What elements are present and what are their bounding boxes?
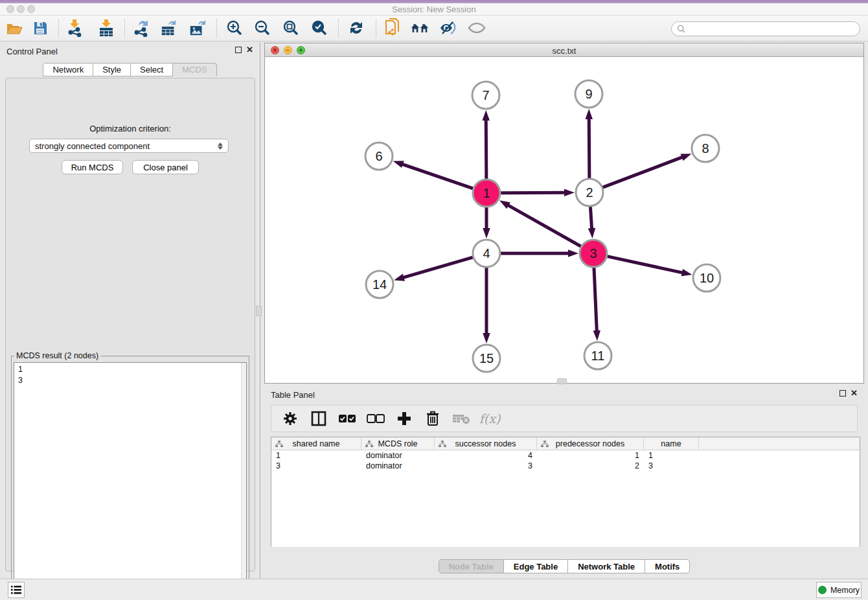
cell-successor-nodes[interactable]: 4 — [435, 450, 537, 461]
arrowhead-3-11 — [593, 330, 600, 341]
zoom-in-icon — [226, 19, 243, 36]
clone-network-button[interactable] — [383, 19, 402, 37]
arrowhead-3-10 — [681, 269, 692, 276]
mcds-result-group: MCDS result (2 nodes) 1 3 — [11, 356, 249, 600]
edge-3-1[interactable] — [507, 205, 581, 246]
cell-mcds-role[interactable]: dominator — [361, 461, 435, 471]
network-window-titlebar[interactable]: × − + scc.txt — [265, 43, 863, 57]
search-field[interactable] — [671, 21, 860, 36]
edge-2-3[interactable] — [590, 207, 591, 229]
home-icon — [411, 20, 429, 36]
clone-network-icon — [384, 18, 401, 38]
save-session-button[interactable] — [31, 19, 49, 37]
open-session-button[interactable] — [5, 19, 23, 37]
table-row[interactable]: 3 dominator 3 2 3 — [271, 461, 860, 471]
cell-predecessor-nodes[interactable]: 1 — [537, 450, 644, 461]
open-folder-icon — [6, 20, 23, 36]
search-input[interactable] — [685, 25, 860, 34]
column-header-mcds-role[interactable]: MCDS role — [361, 437, 435, 450]
function-builder-button[interactable]: f(x) — [480, 409, 499, 428]
export-table-icon — [160, 19, 178, 37]
zoom-in-button[interactable] — [225, 19, 244, 37]
tab-network[interactable]: Network — [43, 63, 93, 76]
criterion-dropdown-value: strongly connected component — [35, 141, 150, 151]
cell-name[interactable]: 1 — [644, 450, 699, 461]
tab-edge-table[interactable]: Edge Table — [504, 559, 568, 573]
select-all-button[interactable] — [337, 409, 357, 428]
zoom-fit-button[interactable] — [282, 19, 300, 37]
tab-network-table[interactable]: Network Table — [568, 559, 645, 573]
cell-shared-name[interactable]: 3 — [271, 461, 361, 471]
cell-mcds-role[interactable]: dominator — [361, 450, 435, 461]
edge-2-9[interactable] — [589, 118, 589, 178]
column-header-name[interactable]: name — [644, 437, 699, 450]
tab-node-table[interactable]: Node Table — [439, 559, 504, 573]
cell-name[interactable]: 3 — [644, 461, 699, 471]
edge-2-8[interactable] — [603, 157, 683, 187]
zoom-selected-button[interactable] — [310, 19, 328, 37]
create-column-button[interactable] — [394, 409, 414, 428]
mcds-result-text[interactable]: 1 3 — [14, 362, 247, 598]
export-image-button[interactable] — [188, 19, 207, 37]
cell-shared-name[interactable]: 1 — [271, 450, 361, 461]
result-scrollbar[interactable] — [241, 363, 246, 597]
home-layout-button[interactable] — [411, 19, 429, 37]
arrowhead-4-3 — [568, 249, 578, 257]
export-table-button[interactable] — [160, 19, 178, 37]
edge-4-14[interactable] — [403, 257, 473, 278]
cell-predecessor-nodes[interactable]: 2 — [537, 461, 644, 471]
toggle-details-button[interactable] — [439, 19, 457, 37]
gear-icon — [283, 411, 297, 426]
network-graph[interactable]: 7968124314101511 — [265, 58, 863, 383]
edge-3-11[interactable] — [594, 268, 597, 332]
criterion-dropdown[interactable]: strongly connected component — [29, 139, 229, 153]
show-column-button[interactable] — [309, 409, 328, 428]
table-row[interactable]: 1 dominator 4 1 1 — [271, 450, 860, 461]
export-image-icon — [188, 19, 207, 37]
arrowhead-2-9 — [586, 109, 593, 119]
cell-successor-nodes[interactable]: 3 — [435, 461, 537, 471]
network-canvas[interactable]: 7968124314101511 — [265, 58, 863, 383]
node-label-15: 15 — [479, 351, 494, 365]
float-panel-icon[interactable] — [839, 390, 846, 397]
import-network-button[interactable] — [66, 19, 84, 37]
tree-icon — [365, 441, 373, 447]
status-bar: Memory — [0, 579, 868, 600]
zoom-selected-icon — [311, 19, 328, 36]
task-history-button[interactable] — [8, 582, 25, 598]
table-settings-button[interactable] — [280, 409, 300, 428]
import-table-button[interactable] — [97, 19, 115, 37]
close-panel-icon[interactable]: ✕ — [851, 390, 858, 397]
column-header-successor-nodes[interactable]: successor nodes — [435, 437, 537, 450]
edge-1-7[interactable] — [486, 119, 486, 179]
delete-table-button[interactable] — [451, 409, 471, 428]
edge-3-10[interactable] — [607, 257, 683, 273]
show-graphics-button[interactable] — [468, 19, 486, 37]
column-header-shared-name[interactable]: shared name — [271, 437, 361, 450]
export-network-button[interactable] — [132, 19, 150, 37]
table-header-row: shared name MCDS role successor nodes pr… — [271, 437, 860, 450]
table-toolbar: f(x) — [271, 405, 858, 432]
delete-column-button[interactable] — [423, 409, 442, 428]
column-header-predecessor-nodes[interactable]: predecessor nodes — [537, 437, 644, 450]
horizontal-splitter-grip[interactable] — [557, 378, 567, 384]
tab-motifs[interactable]: Motifs — [645, 559, 690, 573]
run-mcds-button[interactable]: Run MCDS — [62, 160, 123, 174]
tab-select[interactable]: Select — [131, 63, 173, 76]
close-panel-icon[interactable]: ✕ — [246, 47, 253, 53]
deselect-all-button[interactable] — [366, 409, 385, 428]
memory-button[interactable]: Memory — [816, 582, 862, 598]
tab-style[interactable]: Style — [93, 63, 131, 76]
refresh-layout-button[interactable] — [347, 19, 365, 37]
vertical-splitter-grip[interactable] — [256, 306, 262, 316]
tab-mcds[interactable]: MCDS — [173, 63, 216, 76]
table-panel: Table Panel ✕ f(x) — [264, 386, 864, 579]
edge-1-2[interactable] — [501, 192, 565, 193]
toolbar-separator — [376, 19, 376, 38]
zoom-out-button[interactable] — [253, 19, 271, 37]
column-label: name — [661, 439, 681, 448]
checked-boxes-icon — [338, 414, 356, 423]
edge-1-6[interactable] — [402, 164, 473, 189]
close-panel-button[interactable]: Close panel — [132, 160, 199, 174]
float-panel-icon[interactable] — [235, 47, 242, 53]
